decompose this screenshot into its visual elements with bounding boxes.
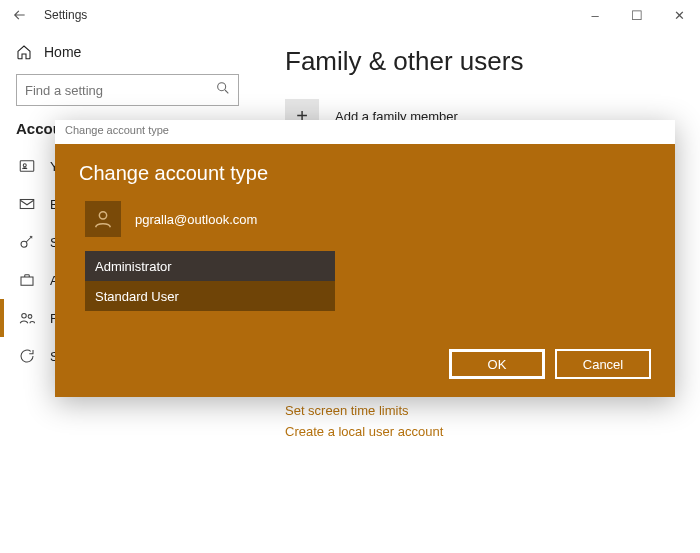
close-button[interactable]: ✕ xyxy=(658,0,700,30)
mail-icon xyxy=(18,195,36,213)
link-screen-time[interactable]: Set screen time limits xyxy=(285,403,670,418)
user-email: pgralla@outlook.com xyxy=(135,212,257,227)
svg-rect-5 xyxy=(21,277,33,285)
id-card-icon xyxy=(18,157,36,175)
dropdown-option-standard[interactable]: Standard User xyxy=(85,281,335,311)
svg-point-4 xyxy=(21,241,27,247)
svg-rect-3 xyxy=(20,200,34,209)
svg-rect-1 xyxy=(20,161,34,172)
svg-point-2 xyxy=(23,164,26,167)
window-title: Settings xyxy=(44,8,87,22)
page-title: Family & other users xyxy=(285,46,670,77)
minimize-button[interactable]: – xyxy=(574,0,616,30)
ok-button[interactable]: OK xyxy=(449,349,545,379)
briefcase-icon xyxy=(18,271,36,289)
dialog-heading: Change account type xyxy=(79,162,651,185)
person-icon xyxy=(92,208,114,230)
titlebar: Settings – ☐ ✕ xyxy=(0,0,700,30)
search-input[interactable] xyxy=(16,74,239,106)
svg-point-7 xyxy=(28,315,32,319)
account-type-dropdown[interactable]: Administrator Standard User xyxy=(85,251,335,311)
change-account-type-dialog: Change account type Change account type … xyxy=(55,120,675,397)
user-row: pgralla@outlook.com xyxy=(85,201,651,237)
search-field[interactable] xyxy=(16,74,239,106)
maximize-button[interactable]: ☐ xyxy=(616,0,658,30)
home-icon xyxy=(16,44,32,60)
avatar xyxy=(85,201,121,237)
cancel-button[interactable]: Cancel xyxy=(555,349,651,379)
dropdown-option-admin[interactable]: Administrator xyxy=(85,251,335,281)
svg-point-8 xyxy=(99,212,106,219)
sync-icon xyxy=(18,347,36,365)
window-controls: – ☐ ✕ xyxy=(574,0,700,30)
sidebar-home[interactable]: Home xyxy=(16,38,239,74)
search-icon xyxy=(215,80,231,99)
svg-point-6 xyxy=(22,314,27,319)
people-icon xyxy=(18,309,36,327)
dialog-titlebar: Change account type xyxy=(55,120,675,144)
arrow-left-icon xyxy=(13,8,27,22)
back-button[interactable] xyxy=(8,3,32,27)
key-icon xyxy=(18,233,36,251)
sidebar-home-label: Home xyxy=(44,44,81,60)
link-local-account[interactable]: Create a local user account xyxy=(285,424,670,439)
svg-point-0 xyxy=(218,83,226,91)
